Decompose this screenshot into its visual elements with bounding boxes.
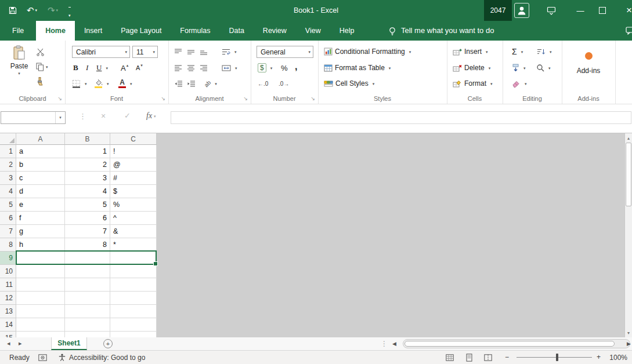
zoom-out-button[interactable]: − [505,353,509,361]
cell[interactable]: ! [110,145,157,158]
decrease-indent-button[interactable] [174,77,183,90]
macro-record-icon[interactable] [38,354,47,361]
cell[interactable] [65,332,110,337]
name-box-caret-icon[interactable]: ▾ [55,112,65,123]
decrease-font-size-button[interactable]: A ▾ [136,61,143,74]
row-header[interactable]: 2 [0,158,16,172]
insert-cells-button[interactable]: Insert ▾ [453,45,488,58]
cell[interactable]: ^ [110,212,157,225]
cell[interactable]: d [16,185,65,198]
cell[interactable] [16,305,65,318]
name-box[interactable]: ▾ [1,111,66,124]
increase-decimal-button[interactable]: ←.0 [258,77,268,90]
zoom-slider-handle[interactable] [556,354,558,361]
cell[interactable] [110,278,157,292]
cell[interactable]: & [110,225,157,238]
clear-button[interactable]: ▾ [512,77,527,90]
tab-home[interactable]: Home [36,21,75,41]
cell[interactable] [65,305,110,318]
bottom-align-button[interactable] [200,45,208,58]
sheet-nav-right-icon[interactable]: ▸ [19,340,22,347]
column-header-c[interactable]: C [110,133,157,145]
cell[interactable] [65,278,110,292]
middle-align-button[interactable] [187,45,195,58]
delete-cells-button[interactable]: Delete ▾ [453,61,490,74]
row-header[interactable]: 5 [0,198,16,212]
wrap-text-button[interactable]: ▾ [222,45,237,58]
number-format-combo[interactable]: General ▾ [257,46,313,58]
cell[interactable]: 6 [65,212,110,225]
autosum-button[interactable]: Σ ▾ [512,45,523,58]
tab-formulas[interactable]: Formulas [171,21,219,41]
cell[interactable]: b [16,158,65,172]
cell[interactable] [16,252,65,265]
cancel-entry-button[interactable]: × [101,111,106,121]
hscroll-left-icon[interactable]: ◀ [392,341,396,347]
find-select-button[interactable]: ▾ [536,61,551,74]
row-header[interactable]: 7 [0,225,16,238]
cell[interactable]: 8 [65,238,110,252]
ribbon-display-options-button[interactable] [546,5,557,16]
page-break-view-icon[interactable] [484,354,492,361]
cell[interactable]: 4 [65,185,110,198]
addins-button[interactable]: Add-ins [562,45,615,75]
increase-font-size-button[interactable]: A ▴ [121,61,128,74]
vertical-scroll-thumb[interactable] [626,143,631,206]
cell[interactable]: * [110,238,157,252]
formula-bar-grip-icon[interactable]: ⋮ [79,112,86,121]
undo-button[interactable]: ↶ ▾ [27,6,37,14]
cell[interactable] [110,305,157,318]
column-header-b[interactable]: B [65,133,110,145]
row-header[interactable]: 8 [0,238,16,252]
insert-function-button[interactable]: fx ▾ [146,111,156,121]
row-header[interactable]: 6 [0,212,16,225]
horizontal-scroll-thumb[interactable] [405,341,615,347]
accounting-format-button[interactable]: $ ▾ [258,61,272,74]
comma-style-button[interactable]: , [295,60,297,73]
cell[interactable]: h [16,238,65,252]
cell-styles-button[interactable]: Cell Styles ▾ [324,77,374,90]
cell[interactable]: % [110,198,157,212]
cell[interactable] [110,292,157,305]
cell[interactable]: g [16,225,65,238]
format-painter-button[interactable] [36,77,44,86]
notification-badge[interactable]: 2047 [484,0,512,21]
cell[interactable] [110,318,157,332]
format-cells-button[interactable]: Format ▾ [453,77,493,90]
cell[interactable]: $ [110,185,157,198]
sheet-tab-sheet1[interactable]: Sheet1 [51,337,87,350]
row-header[interactable]: 1 [0,145,16,158]
row-header[interactable]: 13 [0,305,16,318]
scroll-up-icon[interactable]: ▴ [625,134,632,142]
align-left-button[interactable] [174,61,182,74]
row-header[interactable]: 14 [0,318,16,332]
horizontal-scrollbar[interactable] [403,339,630,348]
tab-splitter-grip-icon[interactable]: ⋮ [381,340,388,348]
comments-icon[interactable] [626,27,632,35]
cell[interactable]: c [16,172,65,185]
account-avatar[interactable] [514,3,529,18]
cell[interactable]: f [16,212,65,225]
row-header[interactable]: 11 [0,278,16,292]
align-right-button[interactable] [200,61,208,74]
font-size-combo[interactable]: 11 ▾ [132,46,158,58]
top-align-button[interactable] [174,45,182,58]
cell[interactable] [65,318,110,332]
vertical-scrollbar[interactable]: ▴ ▾ [624,133,632,337]
decrease-decimal-button[interactable]: .0→ [279,77,289,90]
zoom-level[interactable]: 100% [609,354,627,362]
row-header[interactable]: 10 [0,265,16,278]
cell[interactable]: 2 [65,158,110,172]
tab-insert[interactable]: Insert [75,21,111,41]
cell[interactable]: 3 [65,172,110,185]
font-color-button[interactable]: A ▾ [118,77,132,90]
zoom-slider-track[interactable] [517,357,592,358]
tell-me-box[interactable]: Tell me what you want to do [401,26,494,35]
cell[interactable] [110,252,157,265]
tab-view[interactable]: View [296,21,330,41]
minimize-button[interactable]: — [570,0,591,21]
row-header[interactable]: 3 [0,172,16,185]
formula-input[interactable] [171,111,631,124]
cell[interactable] [110,332,157,337]
row-header[interactable]: 15 [0,332,16,337]
